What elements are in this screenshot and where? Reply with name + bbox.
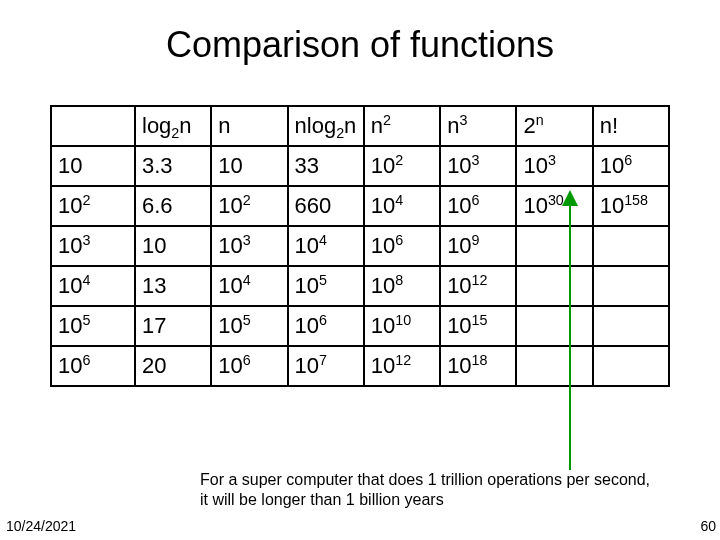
header-n3: n3 — [440, 106, 516, 146]
cell: 10 — [211, 146, 287, 186]
cell: 102 — [211, 186, 287, 226]
cell: 106 — [211, 346, 287, 386]
table-row: 104 13 104 105 108 1012 — [51, 266, 669, 306]
header-2n: 2n — [516, 106, 592, 146]
cell: 106 — [364, 226, 440, 266]
cell — [516, 346, 592, 386]
row-header: 104 — [51, 266, 135, 306]
cell: 103 — [440, 146, 516, 186]
table-row: 102 6.6 102 660 104 106 1030 10158 — [51, 186, 669, 226]
slide-title: Comparison of functions — [0, 0, 720, 66]
table-row: 103 10 103 104 106 109 — [51, 226, 669, 266]
cell: 103 — [211, 226, 287, 266]
header-nfact: n! — [593, 106, 669, 146]
cell: 104 — [364, 186, 440, 226]
table-row: 105 17 105 106 1010 1015 — [51, 306, 669, 346]
table: log2n n nlog2n n2 n3 2n n! 10 3.3 10 33 … — [50, 105, 670, 387]
cell: 105 — [211, 306, 287, 346]
footer-date: 10/24/2021 — [6, 518, 76, 534]
cell — [593, 266, 669, 306]
header-n2: n2 — [364, 106, 440, 146]
cell: 1030 — [516, 186, 592, 226]
cell: 10 — [135, 226, 211, 266]
row-header: 103 — [51, 226, 135, 266]
cell — [593, 346, 669, 386]
row-header: 105 — [51, 306, 135, 346]
cell: 108 — [364, 266, 440, 306]
cell: 1010 — [364, 306, 440, 346]
cell: 660 — [288, 186, 364, 226]
cell: 1012 — [440, 266, 516, 306]
cell: 17 — [135, 306, 211, 346]
comparison-table: log2n n nlog2n n2 n3 2n n! 10 3.3 10 33 … — [50, 105, 670, 387]
cell: 1012 — [364, 346, 440, 386]
cell: 106 — [288, 306, 364, 346]
header-n: n — [211, 106, 287, 146]
row-header: 106 — [51, 346, 135, 386]
cell: 104 — [211, 266, 287, 306]
row-header: 10 — [51, 146, 135, 186]
cell: 103 — [516, 146, 592, 186]
cell: 20 — [135, 346, 211, 386]
header-nlog2n: nlog2n — [288, 106, 364, 146]
table-header-row: log2n n nlog2n n2 n3 2n n! — [51, 106, 669, 146]
cell — [516, 266, 592, 306]
table-row: 106 20 106 107 1012 1018 — [51, 346, 669, 386]
cell: 13 — [135, 266, 211, 306]
cell: 106 — [440, 186, 516, 226]
table-row: 10 3.3 10 33 102 103 103 106 — [51, 146, 669, 186]
slide: Comparison of functions log2n n nlog2n n… — [0, 0, 720, 540]
cell: 104 — [288, 226, 364, 266]
cell: 107 — [288, 346, 364, 386]
row-header: 102 — [51, 186, 135, 226]
cell: 1018 — [440, 346, 516, 386]
caption-text: For a super computer that does 1 trillio… — [200, 470, 660, 510]
cell — [516, 306, 592, 346]
cell: 109 — [440, 226, 516, 266]
cell: 105 — [288, 266, 364, 306]
cell: 6.6 — [135, 186, 211, 226]
header-log2n: log2n — [135, 106, 211, 146]
header-blank — [51, 106, 135, 146]
cell: 33 — [288, 146, 364, 186]
cell: 3.3 — [135, 146, 211, 186]
cell — [516, 226, 592, 266]
cell — [593, 306, 669, 346]
footer-page-number: 60 — [700, 518, 716, 534]
cell — [593, 226, 669, 266]
cell: 102 — [364, 146, 440, 186]
cell: 106 — [593, 146, 669, 186]
cell: 1015 — [440, 306, 516, 346]
cell: 10158 — [593, 186, 669, 226]
